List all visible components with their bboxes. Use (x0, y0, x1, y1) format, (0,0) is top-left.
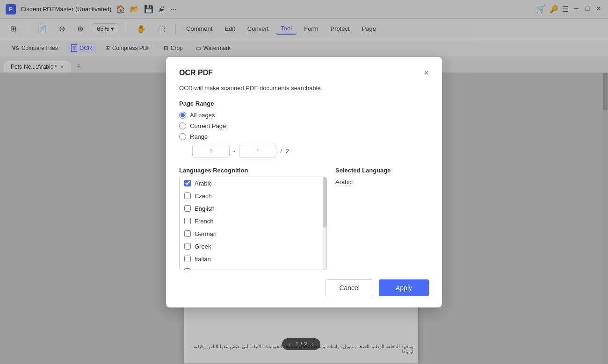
modal-header: OCR PDF × (179, 68, 429, 78)
selected-language-value: Arabic (335, 177, 429, 187)
all-pages-option[interactable]: All pages (179, 112, 429, 119)
current-page-option[interactable]: Current Page (179, 122, 429, 129)
lang-czech-label: Czech (195, 193, 212, 200)
modal-title: OCR PDF (179, 69, 213, 77)
modal-overlay: OCR PDF × OCR will make scanned PDF docu… (0, 0, 608, 364)
lang-greek[interactable]: Greek (180, 240, 326, 253)
ocr-pdf-modal: OCR PDF × OCR will make scanned PDF docu… (166, 57, 442, 307)
lang-german-label: German (195, 230, 217, 237)
current-page-radio[interactable] (179, 122, 186, 129)
modal-description: OCR will make scanned PDF documents sear… (179, 85, 429, 92)
language-list[interactable]: Arabic Czech English French (179, 177, 327, 270)
languages-label: Languages Recognition (179, 167, 327, 174)
lang-japanese[interactable]: Japanese (180, 265, 326, 270)
apply-button[interactable]: Apply (379, 279, 429, 296)
lang-arabic[interactable]: Arabic (180, 177, 326, 190)
lang-french-label: French (195, 218, 213, 225)
lang-greek-label: Greek (195, 243, 211, 250)
range-radio[interactable] (179, 133, 186, 140)
range-option[interactable]: Range (179, 133, 429, 140)
range-from-input[interactable] (192, 145, 230, 157)
modal-footer: Cancel Apply (179, 279, 429, 296)
range-total-value: 2 (286, 148, 289, 155)
lang-french-checkbox[interactable] (184, 218, 191, 224)
lang-greek-checkbox[interactable] (184, 243, 191, 250)
lang-czech-checkbox[interactable] (184, 193, 191, 199)
lang-english-checkbox[interactable] (184, 205, 191, 212)
page-range-section: Page Range All pages Current Page Range … (179, 100, 429, 157)
range-total-sep: / (280, 148, 282, 155)
lang-english[interactable]: English (180, 202, 326, 215)
lang-italian-checkbox[interactable] (184, 256, 191, 262)
range-row: - / 2 (179, 145, 429, 157)
selected-language-section: Selected Language Arabic (335, 167, 429, 270)
selected-language-label: Selected Language (335, 167, 429, 174)
range-label: Range (190, 133, 208, 140)
page-range-options: All pages Current Page Range (179, 112, 429, 140)
lang-list-scrollbar[interactable] (323, 177, 326, 270)
range-to-input[interactable] (239, 145, 276, 157)
lang-list-container: Languages Recognition Arabic Czech Engli… (179, 167, 327, 270)
current-page-label: Current Page (190, 122, 226, 129)
lang-french[interactable]: French (180, 215, 326, 228)
lang-german[interactable]: German (180, 228, 326, 240)
lang-german-checkbox[interactable] (184, 230, 191, 237)
lang-arabic-checkbox[interactable] (184, 180, 191, 186)
all-pages-radio[interactable] (179, 112, 186, 119)
languages-section: Languages Recognition Arabic Czech Engli… (179, 167, 429, 270)
modal-close-btn[interactable]: × (424, 68, 429, 78)
lang-japanese-checkbox[interactable] (184, 268, 191, 270)
lang-italian[interactable]: Italian (180, 253, 326, 265)
cancel-button[interactable]: Cancel (326, 279, 373, 296)
page-range-label: Page Range (179, 100, 429, 107)
lang-arabic-label: Arabic (195, 180, 212, 187)
lang-italian-label: Italian (195, 256, 211, 263)
lang-czech[interactable]: Czech (180, 190, 326, 202)
range-separator: - (233, 148, 235, 155)
lang-japanese-label: Japanese (195, 268, 221, 270)
lang-english-label: English (195, 205, 215, 212)
all-pages-label: All pages (190, 112, 215, 119)
lang-list-scrollbar-thumb (323, 177, 326, 228)
